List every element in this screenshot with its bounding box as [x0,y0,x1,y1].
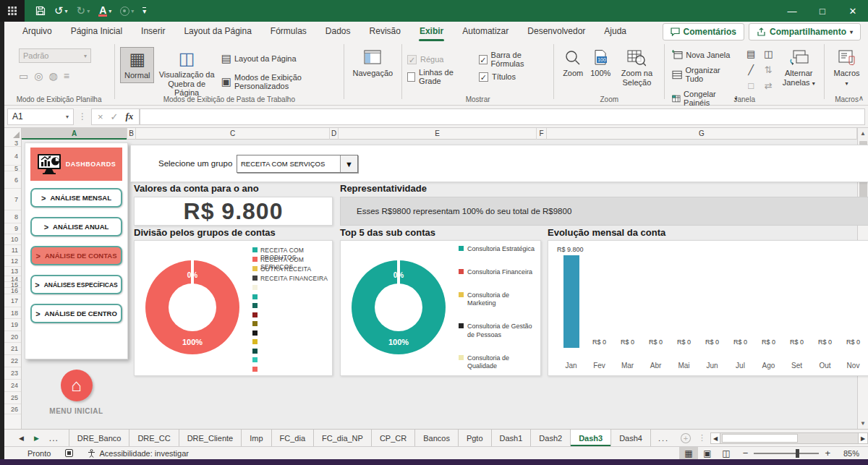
name-box[interactable]: A1 ▾ [7,108,74,125]
comments-button[interactable]: Comentários [663,23,744,40]
scroll-down-icon[interactable]: ▼ [858,418,868,429]
tab-dados[interactable]: Dados [316,22,360,42]
row-header-8[interactable]: 8 [4,210,21,223]
insert-function-icon[interactable]: fx [126,111,134,122]
macro-record-button[interactable] [58,447,80,459]
column-header-G[interactable]: G [547,128,857,140]
sheet-tab-dash4[interactable]: Dash4 [611,430,651,446]
row-header-11[interactable]: 11 [4,245,21,256]
tabs-scroll-left-icon[interactable]: ◀ [19,435,24,442]
zoom-in-icon[interactable]: + [825,448,830,458]
row-header-5[interactable]: 5 [4,166,21,171]
undo-button[interactable]: ↺▾ [51,1,72,20]
macros-button[interactable]: Macros ▾ [830,47,864,89]
sheet-tab-dash1[interactable]: Dash1 [492,430,532,446]
zoom-slider-thumb[interactable] [796,449,799,458]
close-button[interactable]: ✕ [838,0,868,22]
row-header-10[interactable]: 10 [4,234,21,245]
scroll-up-icon[interactable]: ▲ [858,128,868,139]
hide-window-icon[interactable]: ╱ [744,64,758,77]
column-header-F[interactable]: F [537,128,547,140]
unhide-window-icon[interactable]: □ [744,80,758,93]
sheet-tab-dre-cc[interactable]: DRE_CC [129,430,179,446]
row-header-23[interactable]: 23 [4,367,21,380]
font-color-button[interactable]: A▾ [95,1,115,20]
formula-input[interactable] [140,108,865,125]
row-header-24[interactable]: 24 [4,380,21,392]
sheet-view-dropdown[interactable]: Padrão▾ [19,48,91,63]
checkbox-linhas-de-grade[interactable]: Linhas de Grade [407,69,467,85]
horizontal-scrollbar[interactable]: ◀ ▶ [710,432,868,444]
sheet-tab-dre-banco[interactable]: DRE_Banco [69,430,130,446]
sidebar-item-analise-de-contas[interactable]: >ANÁLISE DE CONTAS [30,246,122,265]
accessibility-status[interactable]: Acessibilidade: investigar [80,447,196,459]
share-button[interactable]: Compartilhamento ▾ [749,23,861,40]
row-header-12[interactable]: 12 [4,256,21,267]
row-header-22[interactable]: 22 [4,355,21,367]
page-layout-view-button[interactable]: ▤ Layout da Página [219,51,339,66]
sidebar-item-analise-de-centro[interactable]: >ANÁLISE DE CENTRO [30,304,122,323]
horizontal-scroll-thumb[interactable] [722,434,798,443]
sheet-tab-dash3[interactable]: Dash3 [571,430,611,446]
row-header-21[interactable]: 21 [4,343,21,355]
reset-window-position-icon[interactable]: ⇄ [761,80,775,93]
tab-exibir[interactable]: Exibir [410,22,453,42]
row-header-25[interactable]: 25 [4,392,21,404]
column-header-B[interactable]: B [127,128,136,140]
sheet-tab-cp-cr[interactable]: CP_CR [372,430,415,446]
sheet-tab-dre-cliente[interactable]: DRE_Cliente [179,430,242,446]
column-header-A[interactable]: A [22,128,127,140]
sheet-view-options-icon[interactable]: ≡ [64,70,69,82]
sheet-tab-dash2[interactable]: Dash2 [531,430,571,446]
select-all-corner[interactable] [4,128,22,140]
sidebar-item-analise-anual[interactable]: >ANÁLISE ANUAL [30,217,122,236]
row-header-20[interactable]: 20 [4,331,21,343]
group-selector-dropdown[interactable]: RECEITA COM SERVIÇOS ▼ [237,155,358,173]
zoom-slider[interactable]: − + [743,448,830,458]
checkbox-titulos[interactable]: ✓Títulos [479,69,548,85]
new-window-button[interactable]: Nova Janela [670,48,739,61]
redo-button[interactable]: ↻▾ [73,1,94,20]
normal-view-button[interactable]: ▦ Normal [120,47,154,83]
switch-windows-button[interactable]: Alternar Janelas ▾ [778,47,819,89]
column-header-C[interactable]: C [136,128,330,140]
row-header-17[interactable]: 17 [4,294,21,307]
confirm-entry-icon[interactable]: ✓ [111,111,119,122]
tab-pagina-inicial[interactable]: Página Inicial [61,22,132,42]
tab-arquivo[interactable]: Arquivo [13,22,61,42]
save-icon[interactable] [32,1,49,20]
minimize-button[interactable]: — [777,0,807,22]
tab-revisao[interactable]: Revisão [360,22,410,42]
tab-ajuda[interactable]: Ajuda [595,22,636,42]
sidebar-item-analise-mensal[interactable]: >ANÁLISE MENSAL [30,188,122,208]
sheet-tab-fc-dia-np[interactable]: FC_dia_NP [314,430,372,446]
row-header-3[interactable]: 3 [4,140,21,147]
row-header-6[interactable]: 6 [4,171,21,189]
collapse-ribbon-icon[interactable]: ∧ [859,94,864,102]
page-break-preview-button[interactable]: ◫ Visualização da Quebra de Página [154,47,218,100]
row-header-26[interactable]: 26 [4,404,21,414]
split-icon[interactable]: ▤ [744,48,758,61]
arrange-all-button[interactable]: Organizar Tudo [670,64,739,85]
theme-colors-button[interactable]: ▾ [116,1,137,20]
sheet-tab-fc-dia[interactable]: FC_dia [272,430,314,446]
app-grid-icon[interactable] [0,0,25,22]
sheet-tab-bancos[interactable]: Bancos [415,430,459,446]
tab-automatizar[interactable]: Automatizar [453,22,518,42]
customize-toolbar-button[interactable]: ▾ [139,1,150,20]
row-header-7[interactable]: 7 [4,189,21,210]
view-side-by-side-icon[interactable]: ◫ [761,48,775,61]
custom-views-button[interactable]: ▣ Modos de Exibição Personalizados [219,72,339,92]
page-break-status-icon[interactable]: ◫ [717,447,736,460]
tab-layout-da-pagina[interactable]: Layout da Página [174,22,260,42]
row-header-9[interactable]: 9 [4,223,21,234]
row-header-4[interactable]: 4 [4,147,21,166]
sheet-tab-imp[interactable]: Imp [242,430,271,446]
cancel-entry-icon[interactable]: × [98,111,103,122]
exit-sheet-view-icon[interactable]: ◎ [34,70,43,82]
zoom-out-icon[interactable]: − [743,448,749,458]
row-header-16[interactable]: 16 [4,288,21,294]
zoom-selection-button[interactable]: Zoom na Seleção [614,47,659,89]
checkbox-barra-de-formulas[interactable]: ✓Barra de Fórmulas [479,51,548,67]
scroll-right-icon[interactable]: ▶ [858,432,868,444]
